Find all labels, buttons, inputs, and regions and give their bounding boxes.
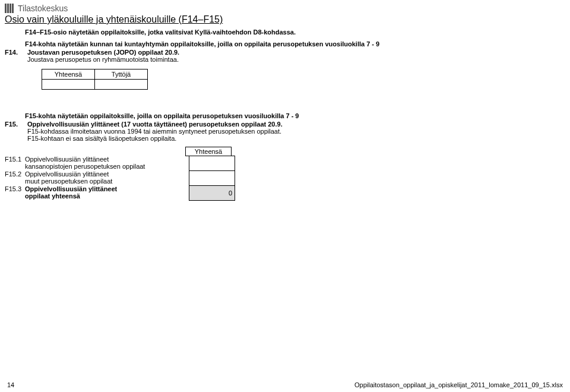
row-code: F15.2 <box>5 170 25 186</box>
f14-table: Yhteensä Tyttöjä <box>42 69 148 90</box>
row-value[interactable] <box>189 170 235 186</box>
f14-note: F14-kohta näytetään kunnan tai kuntayhty… <box>25 40 565 48</box>
footer-file: Oppilaitostason_oppilaat_ja_opiskelijat_… <box>354 381 563 388</box>
footer-page: 14 <box>7 381 14 388</box>
f15-table-header: Yhteensä <box>185 147 232 156</box>
table-row: F15.1Oppivelvollisuusiän ylittäneetkansa… <box>5 156 565 171</box>
row-label: Oppivelvollisuusiän ylittäneetoppilaat y… <box>25 185 189 201</box>
table-row: F15.2Oppivelvollisuusiän ylittäneetmuut … <box>5 170 565 186</box>
row-value[interactable] <box>189 156 235 171</box>
f14-col1-value[interactable] <box>42 80 95 90</box>
f14-col1-header: Yhteensä <box>42 69 95 80</box>
f15-sub2: F15-kohtaan ei saa sisältyä lisäopetukse… <box>27 135 283 142</box>
org-name: Tilastokeskus <box>18 4 68 13</box>
f14-col2-header: Tyttöjä <box>95 69 148 80</box>
table-row: F15.3Oppivelvollisuusiän ylittäneetoppil… <box>5 185 565 201</box>
tilastokeskus-logo-icon <box>5 4 14 13</box>
f14-code: F14. <box>5 49 23 56</box>
org-logo-row: Tilastokeskus <box>5 4 565 13</box>
page-footer: 14 Oppilaitostason_oppilaat_ja_opiskelij… <box>0 381 570 388</box>
f14-subnote: Joustava perusopetus on ryhmämuotoista t… <box>27 56 179 63</box>
f15-table-body: F15.1Oppivelvollisuusiän ylittäneetkansa… <box>5 156 565 201</box>
row-value: 0 <box>189 185 235 201</box>
f15-note: F15-kohta näytetään oppilaitoksille, joi… <box>25 112 565 119</box>
f14-title: Joustavan perusopetuksen (JOPO) oppilaat… <box>27 49 179 56</box>
svg-rect-0 <box>5 4 7 13</box>
f15-sub1: F15-kohdassa ilmoitetaan vuonna 1994 tai… <box>27 128 283 135</box>
svg-rect-1 <box>7 4 9 13</box>
row-label: Oppivelvollisuusiän ylittäneetmuut perus… <box>25 170 189 186</box>
row-code: F15.3 <box>5 185 25 201</box>
row-code: F15.1 <box>5 156 25 171</box>
section-title: Osio vain yläkouluille ja yhtenäiskoului… <box>5 14 565 25</box>
svg-rect-2 <box>10 4 11 13</box>
f15-code: F15. <box>5 121 23 128</box>
row-label: Oppivelvollisuusiän ylittäneetkansanopis… <box>25 156 189 171</box>
intro-text: F14–F15-osio näytetään oppilaitoksille, … <box>25 29 565 36</box>
svg-rect-3 <box>12 4 14 13</box>
f14-col2-value[interactable] <box>95 80 148 90</box>
f15-title: Oppivelvollisuusiän ylittäneet (17 vuott… <box>27 121 283 128</box>
